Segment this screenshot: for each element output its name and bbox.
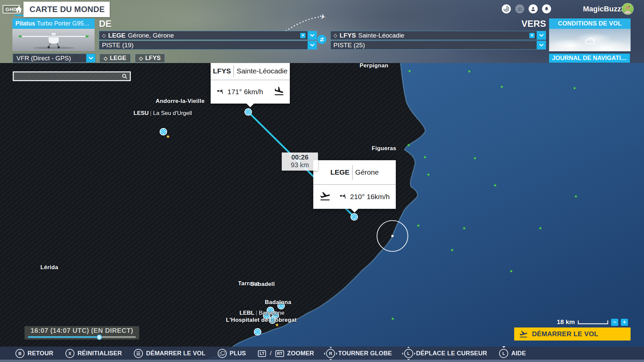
clear-from-button[interactable]: ✕ [300, 33, 306, 38]
control-hint[interactable]: LAIDE [499, 349, 526, 358]
to-airport-field[interactable]: ◇ LFYS Sainte-Léocadie ✕ [330, 31, 546, 40]
airport-marker-lege[interactable] [350, 213, 359, 221]
to-runway-chevron[interactable] [537, 41, 546, 49]
stick-l-icon: L [404, 349, 413, 358]
nav-log-button[interactable]: JOURNAL DE NAVIGATI… [549, 54, 630, 63]
control-hint[interactable]: PLUS [218, 349, 246, 358]
poi-green-dot [540, 228, 541, 229]
start-flight-button[interactable]: DÉMARRER LE VOL [514, 327, 631, 341]
poi-green-dot [424, 157, 426, 158]
plane-takeoff-icon [319, 190, 331, 203]
poi-green-dot [464, 228, 465, 229]
divider [233, 65, 234, 77]
waypoint-chip-lege[interactable]: ◇LEGE [99, 54, 131, 63]
to-runway-field[interactable]: PISTE (25) [330, 41, 546, 50]
waypoint-chip-label: LFYS [145, 55, 161, 62]
control-hint-label: AIDE [511, 350, 526, 357]
menu-button-icon [134, 349, 143, 358]
whats-new-spiral-icon[interactable] [502, 4, 511, 13]
gamepad-b-icon: B [15, 349, 24, 358]
friends-icon[interactable] [515, 4, 524, 13]
airport-marker-lfys[interactable] [244, 108, 253, 116]
aircraft-selector-panel[interactable]: Pilatus Turbo Porter G95… [12, 18, 95, 51]
swap-airports-button[interactable] [317, 35, 326, 44]
map-city-label: Perpignan [360, 62, 388, 69]
control-hint[interactable]: LT/RTZOOMER [258, 350, 314, 357]
scale-label: 18 km [557, 318, 575, 326]
control-hint-label: ZOOMER [287, 350, 314, 357]
magnifier-icon[interactable] [122, 73, 127, 79]
aircraft-image [15, 29, 92, 50]
bottom-strip [0, 360, 644, 362]
flight-conditions-title: CONDITIONS DE VOL [549, 18, 631, 29]
control-hint[interactable]: LDÉPLACE LE CURSEUR [404, 349, 487, 358]
zoom-out-button[interactable]: − [611, 319, 618, 326]
airport-marker[interactable] [253, 327, 262, 336]
flight-type-chevron[interactable] [86, 54, 95, 62]
time-display: 16:07 (14:07 UTC) (EN DIRECT) [24, 327, 139, 335]
poi-green-dot [428, 174, 429, 176]
flight-type-select[interactable]: VFR (Direct - GPS) [13, 54, 96, 63]
airport-marker[interactable]: ★ [159, 127, 168, 136]
rt-button-icon: RT [275, 350, 284, 357]
control-hint[interactable]: RTOURNER GLOBE [326, 349, 392, 358]
leg-distance: 93 km [282, 161, 318, 169]
separator: / [270, 350, 271, 357]
lt-button-icon: LT [258, 350, 266, 357]
from-runway: PISTE (19) [102, 42, 133, 49]
to-dropdown-chevron[interactable] [537, 31, 546, 40]
from-airport-field[interactable]: ◇ LEGE Gérone, Gérone ✕ [99, 31, 317, 40]
time-slider-knob[interactable] [96, 334, 102, 340]
time-slider[interactable] [28, 336, 136, 338]
from-runway-field[interactable]: PISTE (19) [99, 41, 317, 50]
cloud-icon [582, 35, 598, 45]
star-icon: ★ [166, 134, 170, 139]
divider [352, 165, 353, 180]
control-hint-label: RETOUR [28, 350, 53, 357]
control-hint[interactable]: XRÉINITIALISER [65, 349, 122, 358]
route-leg-label: 00:26 93 km [282, 153, 318, 171]
divider [151, 111, 151, 116]
poi-green-dot [409, 70, 411, 72]
to-runway: PISTE (25) [333, 42, 365, 49]
search-input[interactable] [14, 73, 122, 80]
from-dropdown-chevron[interactable] [308, 31, 317, 40]
map-city-label: Andorre-la-Vieille [156, 98, 205, 105]
control-hint-label: PLUS [230, 350, 246, 357]
flight-conditions-panel[interactable]: CONDITIONS DE VOL [549, 18, 631, 51]
aircraft-name: Pilatus Turbo Porter G95… [12, 18, 95, 29]
poi-green-dot [474, 158, 476, 159]
page-title-tab[interactable]: CARTE DU MONDE [23, 2, 110, 17]
control-hint[interactable]: BRETOUR [15, 349, 53, 358]
profile-icon[interactable] [529, 4, 538, 13]
waypoint-diamond-icon: ◇ [104, 55, 108, 61]
avatar[interactable] [622, 3, 634, 15]
zoom-in-button[interactable]: + [621, 319, 628, 326]
poi-green-dot [501, 86, 503, 88]
windsock-icon [339, 193, 347, 201]
map-search [13, 71, 131, 81]
stick-r-icon: R [326, 349, 335, 358]
wind-value: 210° 16km/h [350, 193, 390, 201]
waypoint-chip-lfys[interactable]: ◇LFYS [135, 54, 165, 63]
notifications-bell-icon[interactable] [542, 4, 551, 13]
map-city-label: Sabadell [251, 281, 275, 288]
airport-code: LEGE [330, 168, 350, 176]
map-overlay-svg [0, 63, 644, 362]
from-runway-chevron[interactable] [308, 41, 317, 49]
card-body: 171° 6km/h [211, 80, 290, 104]
satellite-map[interactable]: ★ ★ LESULa Seu d'UrgellLEBLBarcelone Per… [0, 63, 644, 362]
clear-to-button[interactable]: ✕ [529, 33, 535, 38]
aircraft-model: Turbo Porter G95… [37, 20, 90, 27]
views-button-icon [218, 349, 227, 358]
flight-conditions-preview [549, 29, 631, 51]
poi-green-dot [418, 225, 419, 227]
airport-name: La Seu d'Urgell [153, 110, 192, 117]
control-hint-label: DÉMARRER LE VOL [146, 350, 205, 357]
map-city-label: Figueras [372, 145, 396, 152]
airport-name: Barcelone [259, 310, 284, 316]
top-bar: ✈ GHD CARTE DU MONDE [0, 0, 644, 63]
home-icon[interactable] [15, 6, 22, 14]
windsock-icon [216, 88, 224, 96]
control-hint[interactable]: DÉMARRER LE VOL [134, 349, 205, 358]
